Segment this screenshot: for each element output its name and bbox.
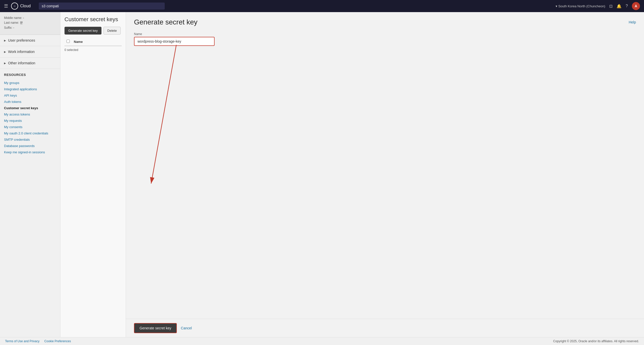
accordion-label-user-preferences: User preferences — [8, 38, 35, 42]
resources-title: Resources — [4, 73, 56, 77]
sidebar-item-integrated-applications[interactable]: Integrated applications — [4, 86, 56, 92]
chevron-right-icon-2: ▶ — [4, 50, 6, 53]
region-label: South Korea North (Chuncheon) — [558, 4, 605, 8]
footer-links: Terms of Use and Privacy Cookie Preferen… — [5, 339, 75, 343]
last-name-field: Last name: 문 — [4, 21, 56, 25]
sidebar-item-my-groups[interactable]: My groups — [4, 80, 56, 86]
help-link[interactable]: Help — [629, 20, 636, 24]
accordion-header-user-preferences[interactable]: ▶ User preferences — [0, 35, 60, 46]
help-icon[interactable]: ? — [626, 4, 628, 8]
accordion-label-work-information: Work information — [8, 50, 35, 54]
main-layout: Middle name: - Last name: 문 Suffix: - ▶ … — [0, 12, 644, 337]
monitor-icon[interactable]: ⊡ — [609, 4, 613, 9]
cookie-preferences-link[interactable]: Cookie Preferences — [44, 339, 71, 343]
suffix-field: Suffix: - — [4, 26, 56, 30]
name-label: Name — [134, 32, 636, 36]
selected-count: 0 selected — [64, 46, 122, 54]
chevron-right-icon: ▶ — [4, 39, 6, 42]
sidebar-item-api-keys[interactable]: API keys — [4, 92, 56, 99]
select-all-checkbox[interactable] — [66, 40, 70, 43]
generate-secret-key-button[interactable]: Generate secret key — [64, 27, 101, 35]
secret-keys-table: Name — [64, 38, 122, 46]
cancel-button[interactable]: Cancel — [181, 326, 192, 330]
form-header: Generate secret key Help — [126, 12, 644, 30]
top-navigation: ☰ ○ Cloud ▾ South Korea North (Chuncheon… — [0, 0, 644, 12]
chevron-right-icon-3: ▶ — [4, 62, 6, 65]
accordion-label-other-information: Other information — [8, 61, 35, 65]
right-panel: Generate secret key Help Name Generate s… — [126, 12, 644, 337]
name-field-container: Name — [134, 32, 636, 46]
region-selector[interactable]: ▾ South Korea North (Chuncheon) — [556, 4, 605, 8]
sidebar-item-my-consents[interactable]: My consents — [4, 124, 56, 130]
logo-text: Cloud — [20, 4, 31, 8]
accordion-other-information: ▶ Other information — [0, 58, 60, 69]
top-nav-right: ▾ South Korea North (Chuncheon) ⊡ 🔔 ? A — [556, 2, 640, 10]
sidebar-item-database-passwords[interactable]: Database passwords — [4, 143, 56, 149]
middle-toolbar: Generate secret key Delete — [64, 27, 122, 35]
sidebar-item-my-access-tokens[interactable]: My access tokens — [4, 111, 56, 118]
copyright-text: Copyright © 2025, Oracle and/or its affi… — [553, 339, 639, 343]
accordion-header-work-information[interactable]: ▶ Work information — [0, 46, 60, 57]
hamburger-menu-icon[interactable]: ☰ — [4, 3, 8, 9]
accordion-section: ▶ User preferences ▶ Work information ▶ … — [0, 35, 60, 69]
accordion-header-other-information[interactable]: ▶ Other information — [0, 58, 60, 69]
svg-line-1 — [151, 45, 176, 184]
form-footer: Generate secret key Cancel — [126, 319, 644, 337]
sidebar-item-smtp-credentials[interactable]: SMTP credentials — [4, 136, 56, 143]
logo-circle-icon: ○ — [11, 3, 18, 10]
app-logo: ○ Cloud — [11, 3, 31, 10]
avatar[interactable]: A — [632, 2, 640, 10]
sidebar-item-keep-signed-in-sessions[interactable]: Keep me signed-in sessions — [4, 149, 56, 155]
sidebar-item-auth-tokens[interactable]: Auth tokens — [4, 99, 56, 105]
search-input[interactable] — [39, 3, 165, 10]
bell-icon[interactable]: 🔔 — [617, 4, 622, 9]
accordion-work-information: ▶ Work information — [0, 46, 60, 58]
annotation-arrow — [126, 12, 644, 337]
user-info-section: Middle name: - Last name: 문 Suffix: - — [0, 12, 60, 35]
terms-link[interactable]: Terms of Use and Privacy — [5, 339, 40, 343]
generate-secret-key-submit-button[interactable]: Generate secret key — [134, 323, 177, 333]
name-input[interactable] — [134, 37, 215, 46]
sidebar-item-customer-secret-keys[interactable]: Customer secret keys — [4, 105, 56, 111]
region-dropdown-icon: ▾ — [556, 4, 557, 8]
middle-panel-title: Customer secret keys — [64, 16, 122, 23]
sidebar-item-my-oauth-client-credentials[interactable]: My oauth 2.0 client credentials — [4, 130, 56, 136]
left-sidebar: Middle name: - Last name: 문 Suffix: - ▶ … — [0, 12, 60, 337]
name-column-header: Name — [72, 38, 122, 46]
middle-name-field: Middle name: - — [4, 16, 56, 20]
form-body: Name — [126, 30, 644, 58]
sidebar-item-my-requests[interactable]: My requests — [4, 118, 56, 124]
accordion-user-preferences: ▶ User preferences — [0, 35, 60, 46]
middle-panel: Customer secret keys Generate secret key… — [60, 12, 126, 337]
form-title: Generate secret key — [134, 18, 197, 26]
resources-section: Resources My groups Integrated applicati… — [0, 69, 60, 159]
delete-button[interactable]: Delete — [104, 27, 121, 35]
page-footer: Terms of Use and Privacy Cookie Preferen… — [0, 337, 644, 345]
global-search[interactable] — [39, 3, 165, 10]
